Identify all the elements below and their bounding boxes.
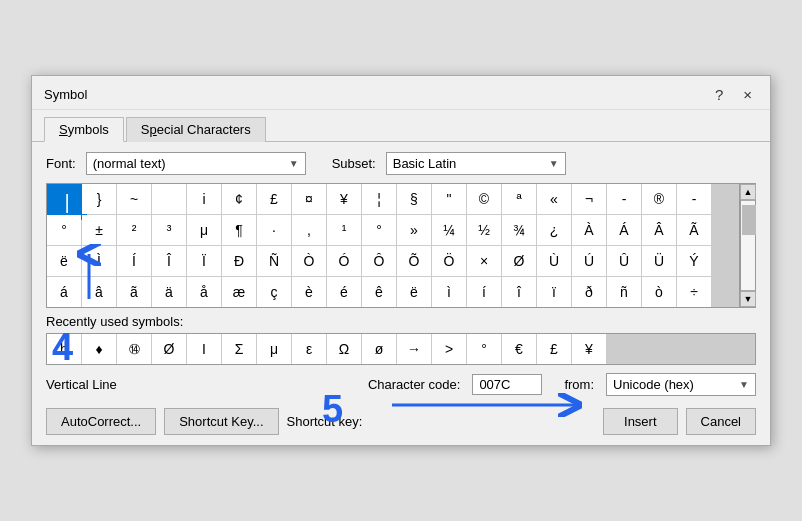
symbol-cell[interactable]: ¥ <box>327 184 361 214</box>
symbol-cell[interactable]: × <box>467 246 501 276</box>
scroll-thumb[interactable] <box>742 205 756 235</box>
symbol-cell[interactable]: ã <box>117 277 151 307</box>
cancel-button[interactable]: Cancel <box>686 408 756 435</box>
symbol-cell[interactable]: ì <box>432 277 466 307</box>
autocorrect-button[interactable]: AutoCorrect... <box>46 408 156 435</box>
recent-cell[interactable]: μ <box>257 334 291 364</box>
symbol-cell[interactable]: ò <box>642 277 676 307</box>
symbol-cell[interactable]: Í <box>117 246 151 276</box>
symbol-cell[interactable]: μ <box>187 215 221 245</box>
symbol-cell[interactable]: } <box>82 184 116 214</box>
tab-symbols[interactable]: Symbols <box>44 117 124 142</box>
scroll-down-arrow[interactable]: ▼ <box>740 291 756 307</box>
symbol-cell[interactable] <box>152 184 186 214</box>
symbol-cell[interactable]: ¿ <box>537 215 571 245</box>
symbol-cell[interactable]: Ý <box>677 246 711 276</box>
symbol-cell[interactable]: Ü <box>642 246 676 276</box>
from-select[interactable]: Unicode (hex) ▼ <box>606 373 756 396</box>
recent-cell[interactable]: ø <box>362 334 396 364</box>
symbol-cell[interactable]: ª <box>502 184 536 214</box>
close-button[interactable]: × <box>737 84 758 105</box>
symbol-cell[interactable]: î <box>502 277 536 307</box>
symbol-cell[interactable]: Â <box>642 215 676 245</box>
scroll-up-arrow[interactable]: ▲ <box>740 184 756 200</box>
subset-select[interactable]: Basic Latin ▼ <box>386 152 566 175</box>
insert-button[interactable]: Insert <box>603 408 678 435</box>
symbol-cell[interactable]: ä <box>152 277 186 307</box>
symbol-cell[interactable]: á <box>47 277 81 307</box>
symbol-cell[interactable]: ± <box>82 215 116 245</box>
symbol-cell[interactable]: " <box>432 184 466 214</box>
symbol-cell[interactable]: í <box>467 277 501 307</box>
symbol-cell[interactable]: Ï <box>187 246 221 276</box>
recent-cell[interactable]: ε <box>292 334 326 364</box>
symbol-cell[interactable]: ½ <box>467 215 501 245</box>
symbol-cell[interactable]: , <box>292 215 326 245</box>
symbol-cell[interactable]: ¬ <box>572 184 606 214</box>
symbol-cell[interactable]: ¼ <box>432 215 466 245</box>
symbol-cell[interactable]: Ñ <box>257 246 291 276</box>
recent-cell[interactable]: I <box>187 334 221 364</box>
symbol-cell[interactable]: - <box>677 184 711 214</box>
char-code-input[interactable] <box>472 374 542 395</box>
symbol-cell[interactable]: £ <box>257 184 291 214</box>
recent-cell[interactable]: > <box>432 334 466 364</box>
recent-cell[interactable]: £ <box>537 334 571 364</box>
symbol-cell[interactable]: Ò <box>292 246 326 276</box>
symbol-cell[interactable]: ³ <box>152 215 186 245</box>
symbol-cell[interactable]: » <box>397 215 431 245</box>
symbol-cell[interactable]: Õ <box>397 246 431 276</box>
symbol-cell[interactable]: ~ <box>117 184 151 214</box>
recent-cell[interactable]: ♦ <box>82 334 116 364</box>
symbol-cell[interactable]: - <box>607 184 641 214</box>
scrollbar[interactable]: ▲ ▼ <box>740 183 756 308</box>
symbol-cell[interactable]: ç <box>257 277 291 307</box>
symbol-cell[interactable]: è <box>292 277 326 307</box>
symbol-cell[interactable]: § <box>397 184 431 214</box>
recent-cell[interactable]: ⑭ <box>117 334 151 364</box>
symbol-cell[interactable]: ¾ <box>502 215 536 245</box>
recent-cell[interactable]: ° <box>467 334 501 364</box>
recent-cell[interactable]: € <box>502 334 536 364</box>
symbol-cell[interactable]: ¤ <box>292 184 326 214</box>
symbol-cell[interactable]: ê <box>362 277 396 307</box>
symbol-cell[interactable]: ° <box>47 215 81 245</box>
symbol-cell[interactable]: ÷ <box>677 277 711 307</box>
symbol-cell[interactable]: Ì <box>82 246 116 276</box>
symbol-cell[interactable]: ¢ <box>222 184 256 214</box>
symbol-cell[interactable]: Ó <box>327 246 361 276</box>
symbol-cell[interactable]: · <box>257 215 291 245</box>
symbol-cell[interactable]: À <box>572 215 606 245</box>
symbol-cell[interactable]: ² <box>117 215 151 245</box>
symbol-cell[interactable]: ë <box>397 277 431 307</box>
symbol-cell[interactable]: Ð <box>222 246 256 276</box>
symbol-cell[interactable]: © <box>467 184 501 214</box>
recent-cell[interactable]: h <box>47 334 81 364</box>
recent-cell[interactable]: Ω <box>327 334 361 364</box>
font-select[interactable]: (normal text) ▼ <box>86 152 306 175</box>
symbol-cell[interactable]: ð <box>572 277 606 307</box>
recent-cell[interactable]: Σ <box>222 334 256 364</box>
symbol-cell[interactable]: ï <box>537 277 571 307</box>
symbol-cell[interactable]: â <box>82 277 116 307</box>
symbol-cell[interactable]: Ô <box>362 246 396 276</box>
recent-cell[interactable]: → <box>397 334 431 364</box>
recent-cell[interactable]: Ø <box>152 334 186 364</box>
symbol-cell[interactable]: ñ <box>607 277 641 307</box>
symbol-cell[interactable]: ° <box>362 215 396 245</box>
symbol-cell[interactable]: Û <box>607 246 641 276</box>
symbol-cell[interactable]: ® <box>642 184 676 214</box>
symbol-cell[interactable]: « <box>537 184 571 214</box>
symbol-cell[interactable]: Ã <box>677 215 711 245</box>
tab-special-characters[interactable]: Special Characters <box>126 117 266 142</box>
shortcut-key-button[interactable]: Shortcut Key... <box>164 408 278 435</box>
symbol-cell[interactable]: Î <box>152 246 186 276</box>
symbol-cell[interactable]: ¹ <box>327 215 361 245</box>
symbol-cell[interactable]: Ö <box>432 246 466 276</box>
symbol-cell[interactable]: Ù <box>537 246 571 276</box>
symbol-cell[interactable]: Á <box>607 215 641 245</box>
symbol-cell[interactable]: Ú <box>572 246 606 276</box>
symbol-cell[interactable]: å <box>187 277 221 307</box>
symbol-cell[interactable]: æ <box>222 277 256 307</box>
symbol-cell[interactable]: é <box>327 277 361 307</box>
